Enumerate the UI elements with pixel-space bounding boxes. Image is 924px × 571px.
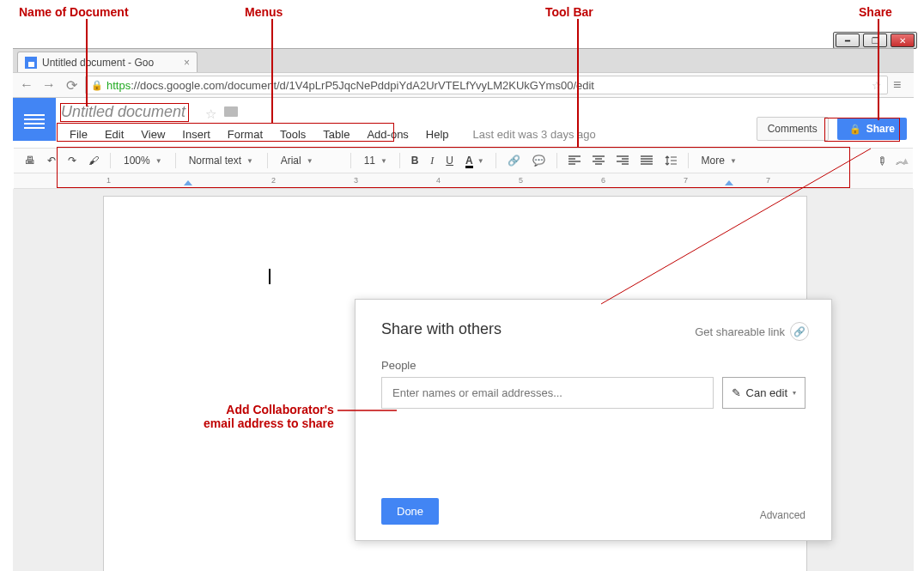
advanced-link[interactable]: Advanced [760,509,805,521]
ruler-num: 3 [354,176,358,185]
window-close[interactable]: ✕ [891,33,915,47]
menu-table[interactable]: Table [314,126,358,143]
bold-button[interactable]: B [407,152,423,169]
done-button[interactable]: Done [381,498,439,525]
align-right-icon[interactable] [612,152,633,169]
font-size-dropdown[interactable]: 11▼ [358,151,392,170]
indent-marker-right[interactable] [725,180,733,185]
paint-format-icon[interactable]: 🖌 [84,152,103,169]
annotation-doc-name: Name of Document [19,5,129,19]
style-value: Normal text [189,155,241,167]
editing-mode-icon[interactable]: ✎ [874,153,890,168]
caret-icon: ▼ [155,157,162,165]
forward-button[interactable]: → [40,77,58,93]
share-button[interactable]: 🔒 Share [837,118,907,140]
caret-icon: ▼ [477,157,484,165]
url-path: ://docs.google.com/document/d/1V4pLrP5Jq… [131,79,594,92]
zoom-value: 100% [124,155,150,167]
redo-icon[interactable]: ↷ [64,152,81,169]
ruler-num: 5 [519,176,523,185]
align-left-icon[interactable] [564,152,585,169]
insert-link-icon[interactable]: 🔗 [503,152,525,169]
menu-format[interactable]: Format [219,126,271,143]
star-document-icon[interactable]: ☆ [205,106,216,122]
move-folder-icon[interactable] [224,106,238,117]
menu-view[interactable]: View [132,126,173,143]
comments-button[interactable]: Comments [757,117,829,141]
menu-insert[interactable]: Insert [173,126,219,143]
caret-icon: ▼ [307,157,313,165]
underline-button[interactable]: U [441,152,458,169]
window-controls: ━ ❐ ✕ [833,32,917,49]
ruler-num: 6 [601,176,605,185]
lock-icon: 🔒 [91,80,103,91]
insert-comment-icon[interactable]: 💬 [528,152,550,169]
size-value: 11 [364,155,375,167]
ruler-num: 2 [271,176,276,185]
ruler-num: 4 [436,176,441,185]
caret-icon: ▼ [246,157,253,165]
back-button[interactable]: ← [18,77,35,93]
annotation-share: Share [859,5,892,19]
browser-tab[interactable]: Untitled document - Goo × [17,52,198,73]
indent-marker-left[interactable] [184,180,192,185]
lock-icon: 🔒 [849,124,861,135]
undo-icon[interactable]: ↶ [43,152,60,169]
italic-button[interactable]: I [426,152,438,170]
zoom-dropdown[interactable]: 100%▼ [118,151,168,170]
link-icon: 🔗 [790,322,809,341]
caret-icon: ▾ [793,389,796,397]
ruler-num: 7 [684,176,688,185]
paragraph-style-dropdown[interactable]: Normal text▼ [183,151,260,170]
last-edit-text: Last edit was 3 days ago [458,126,605,143]
get-shareable-link[interactable]: Get shareable link 🔗 [695,322,809,341]
formatting-toolbar: 🖶 ↶ ↷ 🖌 100%▼ Normal text▼ Arial▼ 11▼ B … [14,148,913,173]
caret-icon: ▼ [380,157,387,165]
tab-title: Untitled document - Goo [42,57,154,69]
ruler-num: 1 [106,176,111,185]
annotation-collab: Add Collaborator's email address to shar… [204,403,334,430]
align-center-icon[interactable] [588,152,609,169]
text-color-button[interactable]: A▼ [461,152,489,169]
bookmark-star-icon[interactable]: ☆ [872,79,882,92]
share-email-input[interactable] [381,377,714,409]
get-link-label: Get shareable link [695,325,785,338]
menu-file[interactable]: File [61,126,96,143]
menu-tools[interactable]: Tools [271,126,314,143]
docs-logo-icon [24,118,45,120]
pencil-icon: ✎ [732,386,741,399]
docs-app: Untitled document ☆ File Edit View Inser… [13,98,914,571]
people-label: People [381,359,805,372]
menu-addons[interactable]: Add-ons [358,126,416,143]
browser-tabstrip: Untitled document - Goo × [13,48,914,72]
url-scheme: https [106,79,131,92]
comments-label: Comments [768,123,818,135]
line-spacing-icon[interactable] [660,152,681,169]
share-dialog: Share with others Get shareable link 🔗 P… [355,299,832,541]
align-justify-icon[interactable] [636,152,657,169]
tab-close-icon[interactable]: × [184,57,190,69]
annotation-menus: Menus [245,5,283,19]
font-dropdown[interactable]: Arial▼ [275,151,343,170]
ruler: 1 2 3 4 5 6 7 7 [14,173,913,189]
ruler-num: 7 [766,176,770,185]
docs-logo[interactable] [13,98,56,141]
print-icon[interactable]: 🖶 [21,152,40,169]
docs-favicon [25,57,37,69]
permission-label: Can edit [746,386,787,399]
menu-edit[interactable]: Edit [96,126,132,143]
font-value: Arial [281,155,301,167]
document-title[interactable]: Untitled document [61,103,185,121]
more-label: More [702,155,725,167]
menu-help[interactable]: Help [417,126,458,143]
address-bar[interactable]: 🔒 https://docs.google.com/document/d/1V4… [85,76,888,94]
window-minimize[interactable]: ━ [836,33,860,47]
text-color-a: A [465,155,473,167]
reload-button[interactable]: ⟳ [63,77,80,94]
permission-dropdown[interactable]: ✎ Can edit ▾ [722,377,805,409]
share-label: Share [866,123,895,135]
window-restore[interactable]: ❐ [863,33,887,47]
scroll-up-icon[interactable]: ▲ [901,155,910,166]
more-dropdown[interactable]: More▼ [696,151,743,170]
browser-menu-icon[interactable]: ≡ [893,77,909,93]
